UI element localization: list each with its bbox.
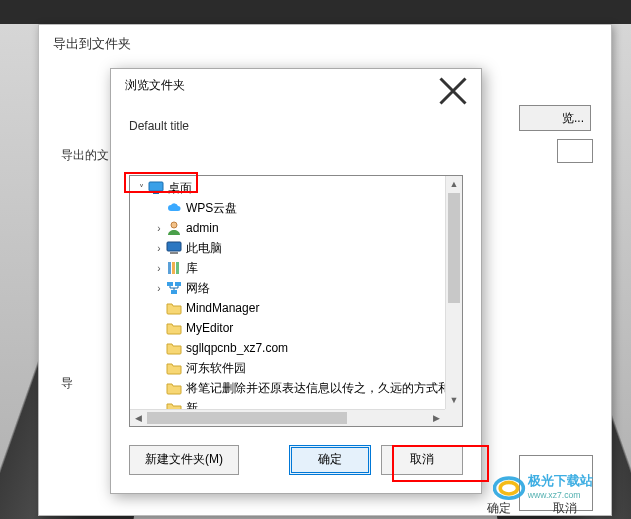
- browse-dialog-title: 浏览文件夹: [125, 77, 185, 94]
- cancel-button[interactable]: 取消: [381, 445, 463, 475]
- tree-item[interactable]: MindManager: [130, 298, 445, 318]
- libraries-icon: [166, 260, 182, 276]
- svg-rect-1: [153, 192, 159, 194]
- tree-item[interactable]: sgllqpcnb_xz7.com: [130, 338, 445, 358]
- ok-button[interactable]: 确定: [289, 445, 371, 475]
- svg-rect-6: [172, 262, 175, 274]
- watermark-logo: 极光下载站 www.xz7.com: [493, 466, 623, 509]
- scroll-right-arrow[interactable]: ▶: [428, 410, 445, 426]
- tree-item-label: admin: [186, 221, 219, 235]
- expand-toggle[interactable]: ›: [152, 283, 166, 294]
- svg-rect-10: [171, 290, 177, 294]
- tree-item[interactable]: ›库: [130, 258, 445, 278]
- expand-toggle[interactable]: ›: [152, 243, 166, 254]
- scroll-thumb-h[interactable]: [147, 412, 347, 424]
- tree-item[interactable]: 将笔记删除并还原表达信息以传之，久远的方式和工: [130, 378, 445, 398]
- tree-item-label: MyEditor: [186, 321, 233, 335]
- svg-rect-3: [167, 242, 181, 251]
- vertical-scrollbar[interactable]: ▲ ▼: [445, 176, 462, 409]
- tree-item-label: 网络: [186, 280, 210, 297]
- folder-icon: [166, 300, 182, 316]
- desktop-icon: [148, 180, 164, 196]
- tree-item[interactable]: ›此电脑: [130, 238, 445, 258]
- browse-dialog-subtitle: Default title: [111, 101, 481, 143]
- network-icon: [166, 280, 182, 296]
- tree-item-label: 河东软件园: [186, 360, 246, 377]
- new-folder-button[interactable]: 新建文件夹(M): [129, 445, 239, 475]
- folder-icon: [166, 340, 182, 356]
- tree-item-label: 此电脑: [186, 240, 222, 257]
- tree-item-label: 将笔记删除并还原表达信息以传之，久远的方式和工: [186, 380, 445, 397]
- folder-tree[interactable]: ˅桌面WPS云盘›admin›此电脑›库›网络MindManagerMyEdit…: [129, 175, 463, 427]
- export-label-2: 导: [61, 375, 73, 392]
- scroll-up-arrow[interactable]: ▲: [446, 176, 462, 193]
- tree-item-label: sgllqpcnb_xz7.com: [186, 341, 288, 355]
- scroll-left-arrow[interactable]: ◀: [130, 410, 147, 426]
- browse-button[interactable]: 览...: [519, 105, 591, 131]
- tree-item[interactable]: ˅桌面: [130, 178, 445, 198]
- svg-rect-4: [170, 252, 178, 254]
- app-dark-bar: [0, 0, 631, 24]
- scroll-down-arrow[interactable]: ▼: [446, 392, 462, 409]
- svg-rect-5: [168, 262, 171, 274]
- browse-folder-dialog: 浏览文件夹 Default title ˅桌面WPS云盘›admin›此电脑›库…: [110, 68, 482, 494]
- tree-item-label: 新: [186, 400, 198, 410]
- expand-toggle[interactable]: ›: [152, 223, 166, 234]
- export-path-label: 导出的文: [61, 147, 109, 164]
- folder-icon: [166, 360, 182, 376]
- export-path-field[interactable]: [557, 139, 593, 163]
- this-pc-icon: [166, 240, 182, 256]
- svg-text:www.xz7.com: www.xz7.com: [527, 490, 581, 500]
- tree-item-label: MindManager: [186, 301, 259, 315]
- tree-item-label: 桌面: [168, 180, 192, 197]
- tree-item[interactable]: 河东软件园: [130, 358, 445, 378]
- svg-rect-7: [176, 262, 179, 274]
- tree-item-label: WPS云盘: [186, 200, 237, 217]
- tree-item[interactable]: ›admin: [130, 218, 445, 238]
- svg-text:极光下载站: 极光下载站: [527, 473, 593, 488]
- expand-toggle[interactable]: ›: [152, 263, 166, 274]
- export-dialog-title: 导出到文件夹: [39, 25, 611, 63]
- folder-icon: [166, 380, 182, 396]
- tree-item[interactable]: 新: [130, 398, 445, 409]
- tree-item-label: 库: [186, 260, 198, 277]
- close-icon: [433, 71, 473, 111]
- tree-item[interactable]: WPS云盘: [130, 198, 445, 218]
- user-icon: [166, 220, 182, 236]
- folder-icon: [166, 320, 182, 336]
- tree-item[interactable]: MyEditor: [130, 318, 445, 338]
- svg-rect-0: [149, 182, 163, 191]
- close-button[interactable]: [433, 71, 473, 99]
- horizontal-scrollbar[interactable]: ◀ ▶: [130, 409, 445, 426]
- folder-icon: [166, 400, 182, 409]
- scroll-thumb-v[interactable]: [448, 193, 460, 303]
- svg-rect-8: [167, 282, 173, 286]
- wps-cloud-icon: [166, 200, 182, 216]
- svg-point-2: [171, 222, 177, 228]
- expand-toggle[interactable]: ˅: [134, 183, 148, 194]
- svg-point-12: [500, 482, 517, 494]
- scroll-corner: [445, 409, 462, 426]
- svg-rect-9: [175, 282, 181, 286]
- tree-item[interactable]: ›网络: [130, 278, 445, 298]
